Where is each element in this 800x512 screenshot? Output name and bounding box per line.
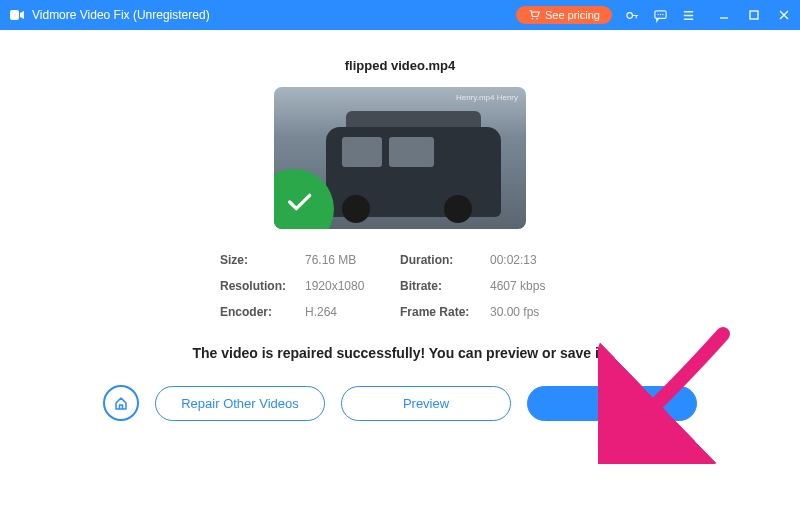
feedback-icon[interactable] <box>652 7 668 23</box>
window-controls <box>716 7 792 23</box>
thumb-shape <box>342 195 370 223</box>
save-button[interactable]: Save <box>527 386 697 421</box>
app-title: Vidmore Video Fix (Unregistered) <box>32 8 516 22</box>
video-info-grid: Size: 76.16 MB Duration: 00:02:13 Resolu… <box>220 253 580 319</box>
bitrate-label: Bitrate: <box>400 279 490 293</box>
titlebar: Vidmore Video Fix (Unregistered) See pri… <box>0 0 800 30</box>
app-logo-icon <box>8 6 26 24</box>
svg-rect-0 <box>10 10 19 20</box>
video-thumbnail: Henry.mp4 Henry <box>274 87 526 229</box>
see-pricing-label: See pricing <box>545 9 600 21</box>
main-content: flipped video.mp4 Henry.mp4 Henry Size: … <box>0 30 800 421</box>
see-pricing-button[interactable]: See pricing <box>516 6 612 24</box>
size-label: Size: <box>220 253 305 267</box>
framerate-label: Frame Rate: <box>400 305 490 319</box>
encoder-value: H.264 <box>305 305 400 319</box>
size-value: 76.16 MB <box>305 253 400 267</box>
filename-label: flipped video.mp4 <box>345 58 456 73</box>
svg-point-7 <box>662 13 664 15</box>
home-icon <box>113 395 129 411</box>
thumb-shape <box>389 137 434 167</box>
cart-icon <box>528 9 540 21</box>
repair-other-button[interactable]: Repair Other Videos <box>155 386 325 421</box>
svg-point-2 <box>536 18 538 20</box>
maximize-button[interactable] <box>746 7 762 23</box>
key-icon[interactable] <box>624 7 640 23</box>
framerate-value: 30.00 fps <box>490 305 580 319</box>
close-button[interactable] <box>776 7 792 23</box>
svg-point-1 <box>532 18 534 20</box>
duration-label: Duration: <box>400 253 490 267</box>
thumb-watermark: Henry.mp4 Henry <box>456 93 518 102</box>
thumb-shape <box>444 195 472 223</box>
titlebar-right: See pricing <box>516 6 792 24</box>
encoder-label: Encoder: <box>220 305 305 319</box>
svg-rect-8 <box>750 11 758 19</box>
svg-point-5 <box>657 13 659 15</box>
duration-value: 00:02:13 <box>490 253 580 267</box>
svg-point-3 <box>626 12 632 18</box>
bitrate-value: 4607 kbps <box>490 279 580 293</box>
success-message: The video is repaired successfully! You … <box>193 345 608 361</box>
menu-icon[interactable] <box>680 7 696 23</box>
resolution-label: Resolution: <box>220 279 305 293</box>
action-buttons: Repair Other Videos Preview Save <box>103 385 697 421</box>
home-button[interactable] <box>103 385 139 421</box>
svg-point-6 <box>659 13 661 15</box>
thumb-shape <box>342 137 382 167</box>
resolution-value: 1920x1080 <box>305 279 400 293</box>
preview-button[interactable]: Preview <box>341 386 511 421</box>
minimize-button[interactable] <box>716 7 732 23</box>
success-check-icon <box>274 169 334 229</box>
